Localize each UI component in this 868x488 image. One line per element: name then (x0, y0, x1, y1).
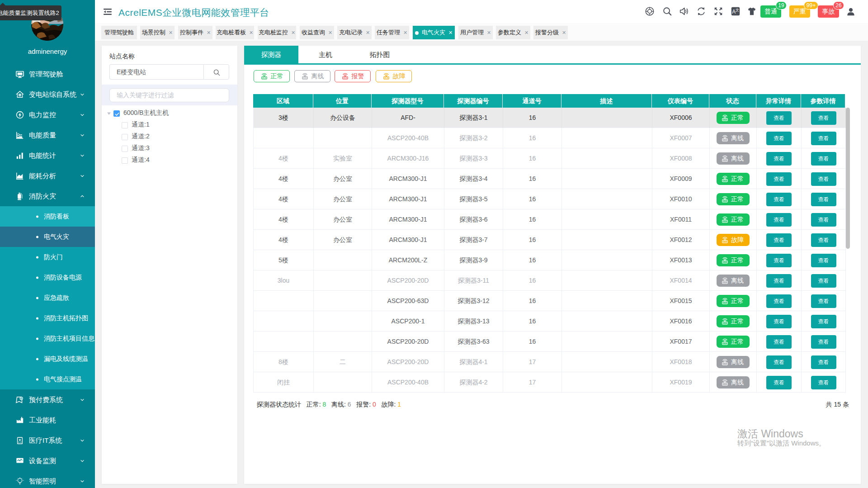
svg-text:文: 文 (736, 8, 739, 12)
